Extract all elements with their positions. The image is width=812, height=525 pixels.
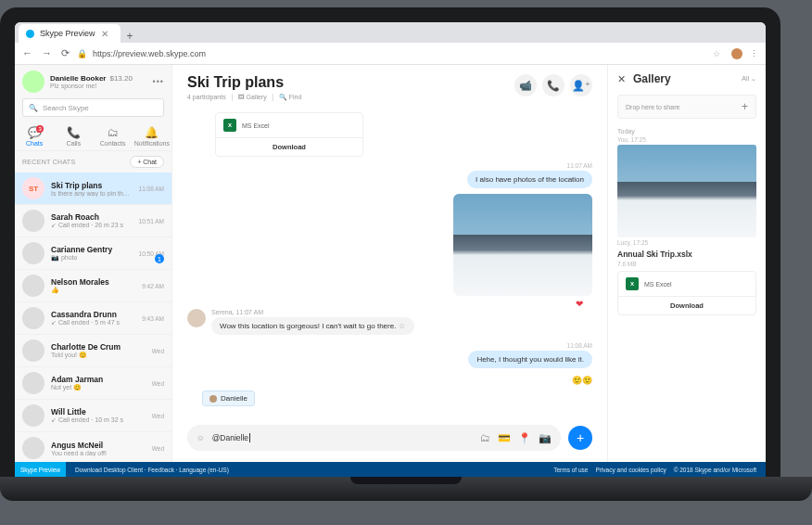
search-input[interactable]: 🔍 Search Skype: [22, 98, 164, 117]
find-link[interactable]: 🔍 Find: [273, 94, 302, 101]
footer-privacy[interactable]: Privacy and cookies policy: [595, 467, 666, 473]
avatar: [22, 210, 44, 232]
unread-badge: 1: [155, 254, 164, 263]
tab-chats[interactable]: 💬 Chats 3: [15, 126, 54, 147]
file-label: MS Excel: [242, 122, 270, 129]
gallery-panel: ✕ Gallery All ⌄ Drop here to share + Tod…: [608, 65, 766, 462]
tab-calls[interactable]: 📞Calls: [54, 126, 93, 147]
chat-list-item[interactable]: STSki Trip plansIs there any way to pin …: [15, 173, 171, 205]
chat-list-item[interactable]: Carianne Gentry📷 photo10:50 AM1: [15, 237, 171, 270]
chat-list-item[interactable]: Sarah Roach↙ Call ended · 26 m 23 s10:51…: [15, 205, 171, 237]
bell-icon: 🔔: [133, 126, 171, 139]
sidebar: Danielle Booker $13.20 Plz sponsor me! •…: [15, 65, 172, 462]
browser-tab[interactable]: Skype Preview ✕: [19, 24, 121, 43]
footer-terms[interactable]: Terms of use: [553, 467, 588, 473]
footer-badge[interactable]: Skype Preview: [15, 462, 66, 477]
file-label: MS Excel: [644, 281, 672, 288]
profile-header[interactable]: Danielle Booker $13.20 Plz sponsor me! •…: [15, 65, 171, 98]
message-input[interactable]: ☺ @Danielle 🗂 💳 📍 📷: [187, 425, 561, 451]
chat-time: 9:43 AM: [142, 315, 164, 322]
gallery-item-meta: You, 17:25: [617, 136, 756, 143]
footer-links[interactable]: Download Desktop Client · Feedback · Lan…: [75, 467, 229, 473]
avatar: [187, 309, 206, 327]
chat-preview: 📷 photo: [51, 254, 133, 262]
tab-contacts[interactable]: 🗂Contacts: [94, 126, 133, 147]
chat-list-item[interactable]: Nelson Morales👍9:42 AM: [15, 270, 171, 302]
tab-notifications[interactable]: 🔔Notifications: [133, 126, 171, 147]
heart-reaction-icon[interactable]: ❤: [187, 299, 592, 309]
video-call-button[interactable]: 📹: [514, 74, 537, 96]
react-icon[interactable]: ☺: [399, 322, 406, 330]
section-title: RECENT CHATS: [22, 159, 75, 165]
audio-call-button[interactable]: 📞: [542, 74, 565, 96]
profile-status: Plz sponsor me!: [50, 83, 147, 89]
chat-list-item[interactable]: Adam JarmanNot yet 😊Wed: [15, 367, 171, 400]
chat-preview: Is there any way to pin these...: [51, 190, 133, 197]
gallery-photo[interactable]: [617, 145, 756, 237]
location-icon[interactable]: 📍: [518, 432, 531, 444]
tab-calls-label: Calls: [67, 140, 82, 147]
more-icon[interactable]: •••: [153, 77, 164, 86]
chat-list-item[interactable]: Will Little↙ Call ended · 10 m 32 sWed: [15, 400, 171, 432]
chat-list-item[interactable]: Cassandra Drunn↙ Call ended · 5 m 47 s9:…: [15, 302, 171, 335]
message-outgoing[interactable]: I also have photos of the location: [467, 171, 592, 188]
back-icon[interactable]: ←: [22, 47, 32, 59]
close-icon[interactable]: ✕: [101, 29, 108, 39]
forward-icon[interactable]: →: [42, 47, 52, 59]
chat-list: STSki Trip plansIs there any way to pin …: [15, 173, 171, 462]
card-icon[interactable]: 🗂: [480, 432, 490, 444]
gallery-link[interactable]: 🖼 Gallery: [232, 94, 267, 101]
participant-count[interactable]: 4 participants: [187, 94, 226, 101]
kebab-icon[interactable]: ⋮: [750, 49, 758, 58]
camera-icon[interactable]: 📷: [539, 432, 552, 444]
search-icon: 🔍: [29, 104, 38, 112]
new-chat-button[interactable]: + Chat: [130, 156, 164, 168]
chat-list-item[interactable]: Angus McNeilYou need a day off!Wed: [15, 432, 171, 462]
add-people-button[interactable]: 👤⁺: [570, 74, 592, 96]
chat-time: Wed: [152, 413, 164, 419]
chat-list-item[interactable]: Charlotte De CrumTold you! 😊Wed: [15, 335, 171, 367]
browser-tab-strip: Skype Preview ✕ +: [15, 22, 766, 43]
file-attachment[interactable]: XMS Excel Download: [215, 112, 363, 157]
close-icon[interactable]: ✕: [617, 73, 626, 85]
download-button[interactable]: Download: [618, 296, 755, 314]
avatar-dot: [209, 395, 217, 403]
chat-name: Ski Trip plans: [51, 181, 133, 190]
chat-preview: 👍: [51, 287, 135, 294]
download-button[interactable]: Download: [216, 137, 362, 156]
tab-notifications-label: Notifications: [134, 140, 170, 147]
message-outgoing[interactable]: Hehe, I thought you would like it.: [468, 351, 592, 368]
url-text[interactable]: https://preview.web.skype.com: [93, 49, 206, 58]
chat-preview: ↙ Call ended · 10 m 32 s: [51, 416, 146, 424]
chat-time: Wed: [152, 445, 164, 452]
profile-balance: $13.20: [109, 74, 132, 83]
dropzone[interactable]: Drop here to share +: [617, 95, 756, 119]
reload-icon[interactable]: ⟳: [61, 47, 70, 59]
excel-icon: X: [223, 119, 236, 132]
avatar: [22, 242, 44, 264]
money-icon[interactable]: 💳: [498, 432, 511, 444]
sender-label: Serena, 11:07 AM: [211, 309, 414, 315]
lock-icon: 🔒: [77, 49, 87, 58]
emoji-icon[interactable]: ☺: [197, 433, 205, 442]
phone-icon: 📞: [54, 126, 93, 139]
chat-name: Angus McNeil: [51, 441, 146, 450]
photo-message[interactable]: [453, 194, 592, 296]
chat-name: Cassandra Drunn: [51, 310, 135, 319]
chat-preview: You need a day off!: [51, 450, 146, 456]
send-button[interactable]: +: [568, 426, 592, 450]
new-tab-button[interactable]: +: [121, 30, 139, 43]
message-incoming[interactable]: Serena, 11:07 AM Wow this location is go…: [187, 309, 592, 335]
chat-preview: ↙ Call ended · 26 m 23 s: [51, 222, 133, 229]
star-icon[interactable]: ☆: [713, 49, 720, 58]
gallery-filter[interactable]: All ⌄: [742, 75, 756, 83]
gallery-file-name: Annual Ski Trip.xslx: [617, 250, 756, 259]
chat-icon: 💬: [15, 126, 54, 139]
plus-icon: +: [742, 100, 748, 113]
avatar: ST: [22, 177, 44, 199]
mention-chip[interactable]: Danielle: [202, 391, 255, 406]
gallery-file-card[interactable]: XMS Excel Download: [617, 271, 756, 315]
browser-profile-avatar[interactable]: [731, 48, 742, 59]
footer-copyright: © 2018 Skype and/or Microsoft: [674, 467, 756, 473]
chat-time: Wed: [152, 348, 164, 354]
